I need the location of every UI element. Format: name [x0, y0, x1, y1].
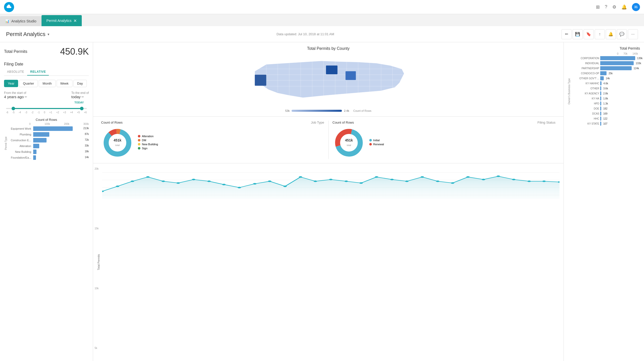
svg-point-19	[106, 131, 129, 154]
svg-point-33	[116, 186, 119, 187]
salesforce-logo[interactable]	[4, 2, 14, 12]
dm-label: DM	[142, 139, 146, 142]
nav-right: ⊞ ? ⚙ 🔔 31	[596, 3, 640, 11]
center-panel: Total Permits by County	[93, 42, 564, 361]
more-button[interactable]: ···	[628, 29, 638, 39]
job-type-label: Job Type	[311, 121, 324, 124]
bar-fill-0	[33, 126, 73, 131]
year-button[interactable]: Year	[4, 80, 18, 87]
legend-max: 2.4k	[344, 109, 349, 112]
slider-thumb-right[interactable]	[80, 107, 84, 110]
save-button[interactable]: 💾	[573, 29, 583, 39]
new-building-dot	[138, 143, 140, 146]
bar-label-3: Alteration	[8, 145, 33, 148]
bar-container-2: 72k	[33, 138, 89, 142]
right-bar-fill-0	[600, 56, 635, 60]
day-button[interactable]: Day	[73, 80, 87, 87]
date-to: To the end of today ✏	[71, 91, 89, 99]
right-bar-fill-11	[600, 112, 601, 116]
bar-chart-row: Plumbing 87k	[8, 132, 89, 137]
bar-fill-1	[33, 132, 49, 137]
right-bar-value-9: 1.3k	[603, 102, 608, 105]
bell-icon[interactable]: 🔔	[621, 4, 627, 10]
notify-button[interactable]: 🔔	[606, 29, 616, 39]
right-bar-label-11: DCAS	[572, 112, 599, 115]
today-label: TODAY	[74, 101, 84, 104]
svg-point-60	[528, 180, 531, 182]
slider-track[interactable]	[6, 108, 87, 109]
svg-point-41	[238, 187, 241, 188]
edit-from-icon[interactable]: ✏	[25, 95, 27, 99]
job-type-donut-body: 451k total Alteration DM	[101, 126, 324, 159]
bar-chart-row: New Building 18k	[8, 150, 89, 154]
right-bar-row: KY AGENCY 2.8k	[572, 91, 642, 95]
week-button[interactable]: Week	[57, 80, 72, 87]
slider-container: TODAY -6 -5 -4 -3 -2 -1 0 +1 +2 +3 +4 +5…	[4, 101, 89, 114]
from-label: From the start of	[4, 91, 27, 95]
share-button[interactable]: ↑	[595, 29, 605, 39]
legend-gradient-bar	[292, 110, 342, 112]
tab-analytics-studio[interactable]: 📊 Analytics Studio	[0, 16, 42, 26]
right-bar-value-7: 2.8k	[603, 92, 608, 95]
job-type-donut-container: Count of Rows Job Type 451k total	[97, 121, 328, 159]
right-bar-label-1: INDIVIDUAL	[572, 62, 599, 65]
right-bar-fill-7	[600, 91, 601, 95]
total-permits-card: Total Permits 450.9K	[4, 46, 89, 57]
svg-rect-18	[255, 75, 266, 86]
page-title: Permit Analytics	[6, 31, 46, 38]
bar-value-5: 14k	[84, 156, 89, 159]
right-bar-row: HHC 122	[572, 117, 642, 121]
bar-label-1: Plumbing	[8, 133, 33, 136]
grid-icon[interactable]: ⊞	[596, 4, 600, 10]
right-bar-label-10: DOE	[572, 107, 599, 110]
right-bar-value-5: 4.6k	[603, 82, 608, 85]
owners-business-type-label: Owner's Business Type	[568, 56, 571, 127]
filing-status-donut-container: Count of Rows Filing Status 451k total	[328, 121, 560, 159]
slider-thumb-left[interactable]	[12, 107, 15, 110]
bar-fill-5	[33, 155, 36, 160]
line-chart-y-axis: 20k 15k 10k 5k	[95, 167, 99, 349]
bar-label-5: Foundation/Ea...	[8, 156, 33, 159]
avatar[interactable]: 31	[632, 3, 640, 11]
svg-point-61	[542, 180, 546, 182]
question-icon[interactable]: ?	[605, 4, 607, 10]
svg-rect-17	[345, 71, 356, 80]
right-bar-row: CONDO/CO-OP 25k	[572, 71, 642, 75]
quarter-button[interactable]: Quarter	[19, 80, 38, 87]
settings-icon[interactable]: ⚙	[612, 4, 616, 10]
svg-point-59	[512, 179, 515, 180]
comment-button[interactable]: 💬	[617, 29, 627, 39]
bar-chart-row: Equipment Work 213k	[8, 126, 89, 131]
right-bar-row: INDIVIDUAL 133k	[572, 61, 642, 65]
svg-point-47	[329, 179, 333, 180]
renewal-legend: Renewal	[369, 143, 384, 146]
donut-section: Count of Rows Job Type 451k total	[93, 117, 564, 163]
right-bar-label-2: PARTNERSHIP	[572, 67, 599, 70]
absolute-tab[interactable]: ABSOLUTE	[4, 68, 27, 76]
edit-to-icon[interactable]: ✏	[82, 95, 84, 99]
chevron-down-icon[interactable]: ▾	[48, 32, 49, 36]
bar-chart-axis: 0 100k 200k 300k	[29, 123, 89, 125]
relative-tab[interactable]: RELATIVE	[27, 68, 49, 76]
permit-type-axis-label: Permit Type	[5, 136, 7, 150]
right-bar-fill-1	[600, 61, 634, 65]
right-bar-fill-4	[600, 76, 604, 80]
bar-value-1: 87k	[84, 133, 89, 135]
line-chart-area: 20k 15k 10k 5k	[102, 167, 559, 357]
month-button[interactable]: Month	[39, 80, 55, 87]
header-actions: ✏ 💾 🔖 ↑ 🔔 💬 ···	[561, 29, 638, 39]
right-bar-fill-12	[600, 117, 601, 121]
bookmark-button[interactable]: 🔖	[584, 29, 594, 39]
analytics-studio-tab-label: Analytics Studio	[11, 19, 36, 23]
bar-chart-rows: Equipment Work 213k Plumbing 87k Constru…	[8, 126, 89, 160]
tab-permit-analytics[interactable]: Permit Analytics ✕	[42, 15, 82, 26]
bar-value-4: 18k	[84, 150, 89, 153]
svg-point-49	[359, 182, 363, 184]
svg-point-52	[405, 180, 409, 182]
svg-point-57	[482, 179, 485, 180]
alteration-label: Alteration	[142, 135, 153, 138]
new-building-label: New Building	[142, 143, 158, 146]
close-icon[interactable]: ✕	[73, 18, 77, 23]
edit-button[interactable]: ✏	[561, 29, 572, 39]
bar-label-4: New Building	[8, 150, 33, 153]
